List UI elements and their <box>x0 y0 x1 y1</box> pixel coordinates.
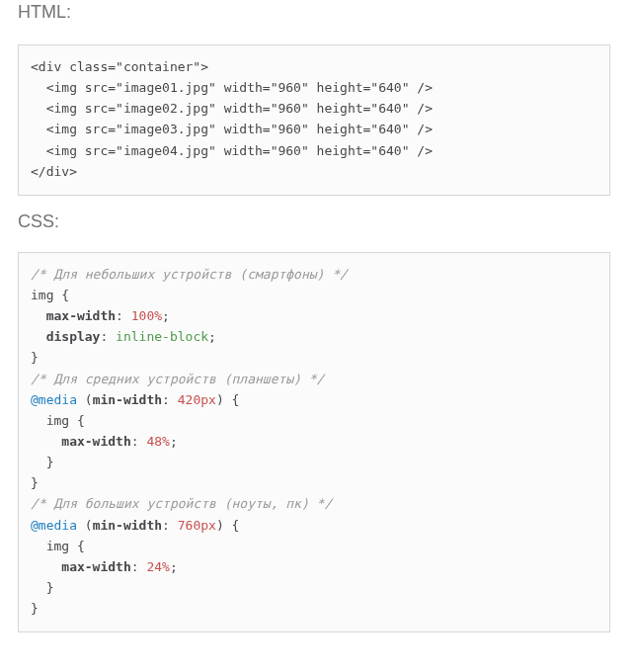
css-section-label: CSS: <box>18 211 634 232</box>
html-section-label: HTML: <box>18 2 634 23</box>
html-code-block[interactable]: <div class="container"> <img src="image0… <box>18 44 610 196</box>
css-code: /* Для небольших устройств (смартфоны) *… <box>31 267 348 616</box>
css-code-block[interactable]: /* Для небольших устройств (смартфоны) *… <box>18 252 610 632</box>
page-root: HTML: <div class="container"> <img src="… <box>0 0 638 658</box>
html-code: <div class="container"> <img src="image0… <box>31 59 433 179</box>
